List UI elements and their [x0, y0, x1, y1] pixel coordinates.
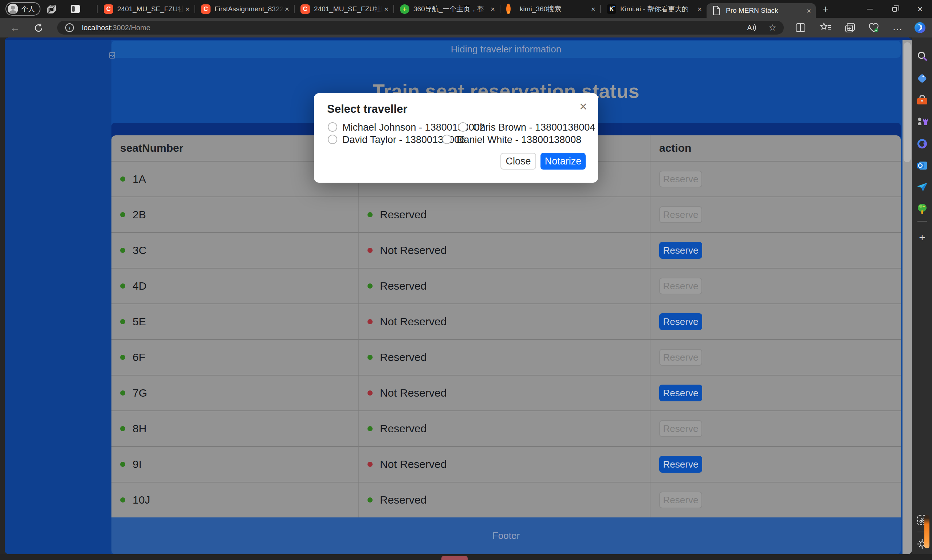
table-row: 3C Not Reserved Reserve [111, 232, 901, 268]
radio-traveller-4[interactable] [442, 135, 452, 144]
status-dot [367, 248, 373, 253]
grow-tree-icon[interactable] [917, 203, 928, 215]
seat-dot [120, 355, 125, 360]
close-icon[interactable]: × [579, 99, 587, 114]
tab-close-icon[interactable]: × [697, 5, 702, 13]
csdn-favicon: C [201, 5, 210, 14]
favorites-bar-icon[interactable] [820, 22, 832, 34]
seat-label: 4D [133, 280, 147, 292]
window-close-button[interactable]: × [913, 3, 927, 15]
favorite-star-icon[interactable]: ☆ [767, 22, 778, 34]
browser-tab-4[interactable]: + 360导航_一个主页，整 × [394, 0, 500, 18]
hero-banner: Hiding traveler information [111, 41, 901, 58]
drop-icon[interactable] [917, 181, 928, 193]
table-row: 2B Reserved Reserve [111, 197, 901, 232]
tab-close-icon[interactable]: × [384, 5, 389, 13]
browser-tab-5[interactable]: kimi_360搜索 × [500, 0, 600, 18]
tab-close-icon[interactable]: × [491, 5, 495, 13]
status-label: Reserved [380, 209, 426, 221]
back-button[interactable]: ← [9, 23, 20, 34]
seat-dot [120, 497, 125, 503]
status-label: Reserved [380, 280, 426, 292]
page-footer: Footer [111, 517, 901, 554]
status-label: Reserved [380, 423, 426, 435]
search-icon[interactable] [917, 51, 928, 62]
copilot-icon[interactable] [913, 21, 927, 34]
tab-close-icon[interactable]: × [285, 5, 289, 13]
status-dot [367, 319, 373, 324]
reserve-button: Reserve [659, 492, 702, 508]
sidebar-add-icon[interactable]: + [917, 232, 928, 243]
browser-tab-6[interactable]: K Kimi.ai - 帮你看更大的 × [601, 0, 707, 18]
tab-title: 2401_MU_SE_FZU社区-C [314, 5, 383, 14]
address-bar[interactable]: i localhost:3002/Home A ☆ [57, 21, 784, 35]
traveller-option-label[interactable]: Daniel White - 13800138008 [457, 134, 581, 146]
reserve-button[interactable]: Reserve [659, 313, 702, 330]
traveller-options-row-2: David Taylor - 13800138006 Daniel White … [314, 134, 598, 146]
tab-title: Pro MERN Stack [726, 6, 805, 15]
seat-dot [120, 426, 125, 431]
notarize-button[interactable]: Notarize [540, 153, 586, 169]
toolbox-icon[interactable] [917, 95, 928, 106]
browser-tab-1[interactable]: C 2401_MU_SE_FZU社区-C × [98, 0, 194, 18]
radio-traveller-2[interactable] [458, 122, 468, 132]
seat-label: 9I [133, 458, 142, 471]
modal-close-button[interactable]: Close [500, 153, 536, 169]
site-info-icon[interactable]: i [65, 23, 74, 32]
reserve-button[interactable]: Reserve [659, 242, 702, 259]
new-tab-button[interactable]: + [820, 4, 831, 15]
page-scrollbar[interactable] [903, 40, 912, 554]
tab-title: Kimi.ai - 帮你看更大的 [620, 5, 696, 14]
browser-tab-bar: 个人 C 2401_MU_SE_FZU社区-C × C FirstAssignm… [0, 0, 932, 18]
reserve-button: Reserve [659, 420, 702, 437]
games-icon[interactable] [917, 115, 928, 127]
tab-actions-icon[interactable] [71, 5, 80, 13]
microsoft-365-icon[interactable] [917, 138, 928, 149]
status-dot [367, 355, 373, 360]
read-aloud-icon[interactable]: A [745, 23, 758, 33]
seat-dot [120, 391, 125, 395]
radio-traveller-3[interactable] [328, 135, 337, 144]
seat-dot [120, 462, 125, 467]
refresh-button[interactable] [34, 23, 44, 33]
browser-tab-2[interactable]: C FirstAssignment_83220 × [195, 0, 294, 18]
radio-traveller-1[interactable] [328, 122, 337, 132]
seat-dot [120, 283, 125, 289]
traveller-option-label[interactable]: Chris Brown - 13800138004 [473, 122, 595, 133]
tab-close-icon[interactable]: × [185, 5, 190, 13]
window-restore-button[interactable] [887, 3, 902, 15]
profile-button[interactable]: 个人 [5, 2, 40, 15]
tab-close-icon[interactable]: × [591, 5, 596, 13]
outlook-icon[interactable] [917, 160, 928, 171]
reserve-button: Reserve [659, 206, 702, 223]
split-screen-icon[interactable] [795, 22, 806, 34]
seat-label: 8H [133, 423, 147, 435]
shopping-icon[interactable] [917, 72, 928, 84]
collections-icon[interactable] [844, 22, 856, 34]
tab-close-icon[interactable]: × [807, 7, 811, 15]
page-viewport: Hiding traveler information Train seat r… [0, 37, 932, 560]
profile-label: 个人 [21, 5, 35, 14]
scrollbar-thumb[interactable] [904, 42, 911, 162]
settings-more-icon[interactable]: … [892, 20, 903, 34]
status-label: Not Reserved [380, 458, 446, 471]
csdn-favicon: C [104, 5, 113, 14]
window-minimize-button[interactable] [863, 3, 877, 15]
seat-label: 6F [133, 351, 145, 363]
reserve-button[interactable]: Reserve [659, 385, 702, 402]
seat-label: 3C [133, 244, 147, 257]
browser-tab-3[interactable]: C 2401_MU_SE_FZU社区-C × [295, 0, 393, 18]
avatar [8, 4, 18, 14]
reserve-button[interactable]: Reserve [659, 456, 702, 473]
table-row: 8H Reserved Reserve [111, 411, 901, 446]
browser-tab-active[interactable]: Pro MERN Stack × [707, 3, 816, 18]
tab-title: 360导航_一个主页，整 [414, 5, 489, 14]
workspaces-icon[interactable] [46, 4, 57, 14]
status-dot [367, 391, 373, 395]
status-dot [367, 462, 373, 467]
select-traveller-modal: Select traveller × Michael Johnson - 138… [314, 93, 598, 183]
seat-dot [120, 248, 125, 253]
url-text: localhost:3002/Home [82, 24, 150, 32]
browser-essentials-icon[interactable] [868, 22, 880, 34]
seat-dot [120, 177, 125, 182]
